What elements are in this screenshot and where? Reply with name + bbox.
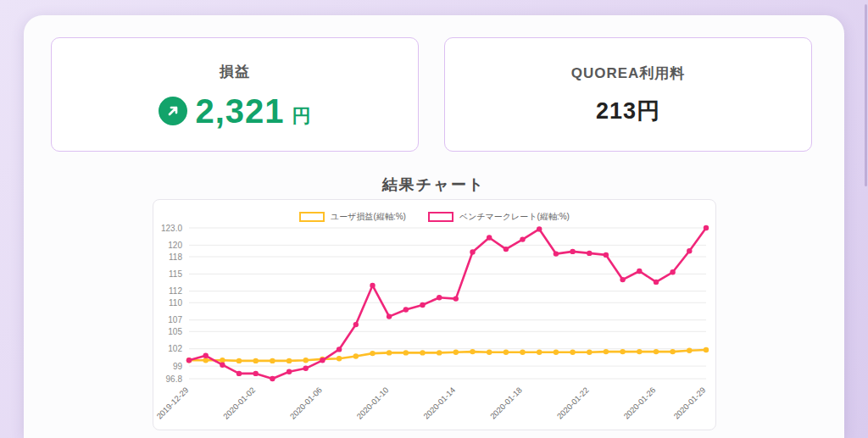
- profit-amount: 2,321: [195, 94, 284, 128]
- profit-currency-unit: 円: [292, 97, 311, 125]
- svg-text:2020-01-29: 2020-01-29: [671, 385, 707, 421]
- svg-text:105: 105: [168, 327, 182, 336]
- svg-text:2020-01-02: 2020-01-02: [221, 385, 257, 421]
- svg-text:2020-01-18: 2020-01-18: [488, 385, 524, 421]
- main-content-panel: 損益 2,321 円 QUOREA利用料 213円 結果チャート 123.012…: [24, 15, 844, 438]
- svg-text:2020-01-14: 2020-01-14: [421, 385, 457, 421]
- svg-text:110: 110: [169, 298, 182, 308]
- svg-text:2020-01-22: 2020-01-22: [555, 385, 591, 421]
- profit-card: 損益 2,321 円: [51, 37, 419, 152]
- fee-amount: 213: [596, 98, 637, 124]
- svg-text:2019-12-29: 2019-12-29: [154, 385, 190, 421]
- svg-text:2020-01-06: 2020-01-06: [288, 385, 324, 421]
- legend-item-benchmark[interactable]: ベンチマークレート(縦軸:%): [428, 211, 570, 223]
- trend-up-arrow-icon: [159, 97, 187, 125]
- benchmark-swatch-icon: [428, 212, 453, 222]
- svg-text:96.8: 96.8: [166, 374, 183, 384]
- summary-cards-row: 損益 2,321 円 QUOREA利用料 213円: [51, 37, 812, 152]
- result-chart-svg: 123.01201181151121101071051029996.82019-…: [153, 200, 715, 430]
- svg-text:118: 118: [169, 252, 182, 262]
- page-scrollbar[interactable]: [865, 4, 867, 186]
- legend-label-user-profit: ユーザ損益(縦軸:%): [331, 211, 406, 223]
- fee-currency-unit: 円: [637, 98, 660, 124]
- svg-text:99: 99: [173, 362, 183, 371]
- chart-legend: ユーザ損益(縦軸:%) ベンチマークレート(縦軸:%): [153, 211, 715, 223]
- fee-card: QUOREA利用料 213円: [444, 37, 812, 152]
- legend-label-benchmark: ベンチマークレート(縦軸:%): [459, 211, 570, 223]
- fee-card-title: QUOREA利用料: [571, 64, 686, 83]
- fee-value: 213円: [596, 96, 660, 126]
- profit-card-title: 損益: [220, 62, 250, 81]
- profit-value: 2,321 円: [159, 94, 310, 128]
- svg-text:120: 120: [168, 241, 182, 250]
- svg-text:102: 102: [168, 344, 182, 353]
- user-profit-swatch-icon: [299, 212, 325, 222]
- svg-text:123.0: 123.0: [161, 224, 182, 233]
- svg-text:107: 107: [168, 315, 182, 324]
- page-background: { "header_cards": { "profit": { "title":…: [0, 0, 868, 438]
- chart-section-title: 結果チャート: [153, 175, 715, 195]
- result-chart-card: 123.01201181151121101071051029996.82019-…: [153, 199, 716, 430]
- svg-text:115: 115: [169, 269, 182, 279]
- legend-item-user-profit[interactable]: ユーザ損益(縦軸:%): [299, 211, 406, 223]
- svg-text:112: 112: [169, 286, 182, 296]
- svg-text:2020-01-10: 2020-01-10: [354, 385, 390, 421]
- svg-text:2020-01-26: 2020-01-26: [621, 385, 657, 421]
